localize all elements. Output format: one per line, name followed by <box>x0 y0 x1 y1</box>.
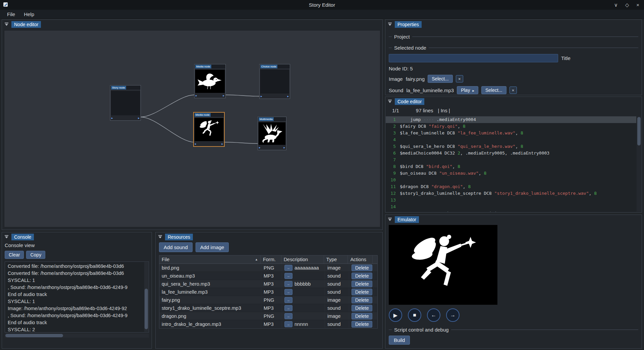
console-header[interactable]: Console <box>2 232 152 241</box>
node-titlebar[interactable]: Choice node <box>260 64 290 69</box>
console-hscrollbar[interactable] <box>5 334 149 338</box>
add-sound-button[interactable]: Add sound <box>159 242 193 252</box>
minimize-icon[interactable]: ∨ <box>614 2 618 8</box>
actions-cell: Delete <box>349 296 374 304</box>
node-titlebar[interactable]: Media node <box>194 113 224 117</box>
sound-select-button[interactable]: Select... <box>481 86 506 94</box>
node-input-pin-icon[interactable]: ▸ <box>259 146 261 149</box>
dock-menu-icon[interactable] <box>388 22 392 26</box>
edit-description-button[interactable]: .. <box>284 321 292 327</box>
edit-description-button[interactable]: .. <box>284 297 292 303</box>
description-cell: ..nnnnn <box>282 320 325 328</box>
column-header-type[interactable]: Type <box>324 255 348 264</box>
node-input-pin-icon[interactable]: ▸ <box>196 94 197 97</box>
column-header-description[interactable]: Description <box>281 255 324 264</box>
resource-row[interactable]: intro_drako_le_dragon.mp3MP3..nnnnnsound… <box>159 320 377 328</box>
copy-button[interactable]: Copy <box>26 251 45 259</box>
node-output-pin-icon[interactable]: ▸ <box>223 94 224 97</box>
titlebar[interactable]: Story Editor ∨ ◇ × <box>0 0 644 10</box>
edit-description-button[interactable]: .. <box>284 273 292 279</box>
dock-menu-icon[interactable] <box>4 235 9 239</box>
resource-row[interactable]: un_oiseau.mp3MP3..soundDelete <box>159 272 377 280</box>
graph-node[interactable]: Media node▸▸ <box>194 64 226 98</box>
format-cell: PNG <box>261 312 282 320</box>
node-title: Media node <box>195 65 211 68</box>
scrollbar-thumb[interactable] <box>145 289 148 329</box>
column-header-file[interactable]: File ▲ <box>159 255 261 264</box>
dock-menu-icon[interactable] <box>388 100 392 103</box>
image-select-button[interactable]: Select... <box>428 75 453 83</box>
step-forward-button[interactable]: → <box>446 308 460 322</box>
code-text: $dragon DC8 "dragon.qoi", 8 <box>400 183 471 190</box>
dock-menu-icon[interactable] <box>388 218 392 221</box>
dock-menu-icon[interactable] <box>4 22 9 26</box>
node-output-pin-icon[interactable]: ▸ <box>138 117 140 120</box>
edit-description-button[interactable]: .. <box>284 289 292 295</box>
resource-row[interactable]: story1_drako_luminelle_sceptre.mp3MP3..s… <box>159 304 377 312</box>
dock-menu-icon[interactable] <box>158 235 162 239</box>
node-input-pin-icon[interactable]: ▸ <box>111 117 113 120</box>
resource-row[interactable]: la_fee_luminelle.mp3MP3..soundDelete <box>159 288 377 296</box>
resource-row[interactable]: dragon.pngPNG..imageDelete <box>159 312 377 320</box>
node-input-pin-icon[interactable]: ▸ <box>261 95 262 98</box>
code-editor-header[interactable]: Code editor <box>385 97 642 106</box>
node-titlebar[interactable]: Multimedia <box>258 117 286 122</box>
add-image-button[interactable]: Add image <box>196 242 229 252</box>
sound-play-button[interactable]: Play▸ <box>457 86 478 94</box>
node-canvas[interactable]: Story node▸▸Media node▸▸Choice node▸▸Med… <box>4 30 380 227</box>
image-clear-button[interactable]: × <box>456 75 463 82</box>
graph-node[interactable]: Story node▸▸ <box>110 85 141 121</box>
node-output-pin-icon[interactable]: ▸ <box>283 146 285 149</box>
delete-button[interactable]: Delete <box>352 297 372 303</box>
maximize-icon[interactable]: ◇ <box>625 2 629 8</box>
edit-description-button[interactable]: .. <box>284 265 292 271</box>
delete-button[interactable]: Delete <box>352 321 372 328</box>
delete-button[interactable]: Delete <box>352 265 372 271</box>
resource-row[interactable]: qui_sera_le_hero.mp3MP3..bbbbbbsoundDele… <box>159 280 377 288</box>
node-editor-header[interactable]: Node editor <box>2 20 382 29</box>
edit-description-button[interactable]: .. <box>284 313 292 319</box>
edit-description-button[interactable]: .. <box>284 305 292 311</box>
emulator-header[interactable]: Emulator <box>385 215 642 224</box>
delete-button[interactable]: Delete <box>352 313 372 319</box>
graph-node[interactable]: Multimedia▸▸ <box>258 117 286 150</box>
graph-node[interactable]: Media node▸▸ <box>193 112 225 147</box>
menu-file[interactable]: File <box>3 10 19 18</box>
play-arrow-icon: ▸ <box>472 89 474 93</box>
resource-row[interactable]: fairy.pngPNG..imageDelete <box>159 296 377 304</box>
console-log[interactable]: Converted file: /home/anthony/ostproj/ba… <box>5 261 149 333</box>
resource-row[interactable]: bird.pngPNG..aaaaaaaaaimageDelete <box>159 264 377 272</box>
column-header-format[interactable]: Form. <box>261 255 281 264</box>
column-header-actions[interactable]: Actions <box>348 255 373 264</box>
node-output-pin-icon[interactable]: ▸ <box>287 95 289 98</box>
console-vscrollbar[interactable] <box>144 262 148 332</box>
description-cell: .. <box>282 288 325 296</box>
delete-button[interactable]: Delete <box>352 281 372 287</box>
node-titlebar[interactable]: Story node <box>110 85 141 90</box>
scrollbar-thumb[interactable] <box>5 334 63 337</box>
file-cell: fairy.png <box>159 296 261 304</box>
node-titlebar[interactable]: Media node <box>195 64 225 69</box>
build-button[interactable]: Build <box>389 336 410 345</box>
scrollbar-thumb[interactable] <box>637 117 641 145</box>
table-header-row[interactable]: File ▲ Form. Description Type Actions <box>159 255 377 264</box>
title-input[interactable] <box>389 54 558 62</box>
code-vscrollbar[interactable] <box>637 116 641 211</box>
node-input-pin-icon[interactable]: ▸ <box>195 142 197 145</box>
edit-description-button[interactable]: .. <box>284 281 292 287</box>
menu-help[interactable]: Help <box>19 10 39 18</box>
graph-node[interactable]: Choice node▸▸ <box>259 64 290 99</box>
delete-button[interactable]: Delete <box>352 289 372 295</box>
stop-button[interactable]: ■ <box>408 308 421 322</box>
resources-header[interactable]: Resources <box>156 232 382 241</box>
clear-button[interactable]: Clear <box>5 251 24 259</box>
step-back-button[interactable]: ← <box>427 308 440 322</box>
play-button[interactable]: ▶ <box>389 308 402 322</box>
delete-button[interactable]: Delete <box>352 305 372 311</box>
code-editor-area[interactable]: 1 jump ···· .mediaEntry00042$fairy DC8 "… <box>386 116 636 212</box>
node-output-pin-icon[interactable]: ▸ <box>221 142 223 145</box>
sound-clear-button[interactable]: × <box>509 86 517 94</box>
close-icon[interactable]: × <box>636 2 639 8</box>
properties-header[interactable]: Properties <box>385 20 642 29</box>
delete-button[interactable]: Delete <box>352 273 372 279</box>
